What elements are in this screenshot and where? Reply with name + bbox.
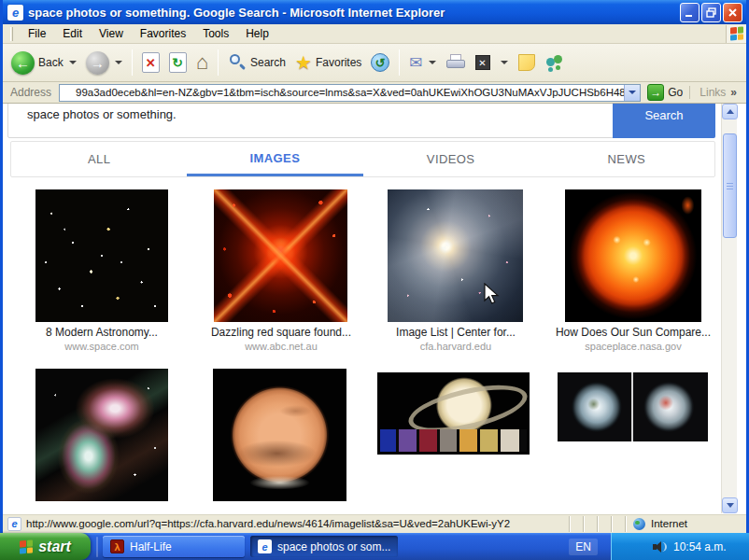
- scroll-up-button[interactable]: [722, 104, 738, 119]
- result-thumbnail-butterfly-nebula[interactable]: [35, 369, 168, 501]
- scroll-down-button[interactable]: [722, 497, 738, 513]
- favorites-star-icon: ★: [295, 53, 312, 72]
- result-title-link[interactable]: How Does Our Sun Compare...: [544, 326, 723, 340]
- taskbar: start λ Half-Life e space photos or som.…: [0, 533, 749, 560]
- menu-help[interactable]: Help: [237, 25, 277, 42]
- close-button[interactable]: [723, 3, 742, 22]
- back-icon: ←: [11, 51, 35, 75]
- result-title-link[interactable]: Image List | Center for...: [366, 326, 545, 340]
- task-half-life[interactable]: λ Half-Life: [103, 536, 245, 557]
- edit-button[interactable]: ✕: [471, 52, 495, 73]
- result-title-link[interactable]: Dazzling red square found...: [191, 326, 371, 340]
- search-button-toolbar[interactable]: Search: [223, 50, 290, 75]
- go-arrow-icon: →: [647, 84, 664, 101]
- go-label: Go: [668, 86, 683, 99]
- status-panel: [597, 516, 611, 532]
- tab-all[interactable]: ALL: [11, 142, 187, 176]
- messenger-button[interactable]: [540, 51, 570, 74]
- refresh-icon: ↻: [169, 52, 187, 73]
- address-dropdown-button[interactable]: [624, 85, 640, 101]
- stop-button[interactable]: ✕: [137, 49, 164, 76]
- restore-icon: [706, 7, 716, 18]
- menu-view[interactable]: View: [91, 25, 132, 42]
- links-bar[interactable]: Links »: [689, 86, 742, 99]
- scroll-down-icon: [727, 503, 734, 508]
- mail-icon: ✉: [409, 53, 422, 73]
- result-thumbnail-saturn[interactable]: [377, 372, 530, 455]
- result-thumbnail-red-nebula[interactable]: [214, 189, 347, 322]
- taskbar-clock[interactable]: 10:54 a.m.: [673, 540, 727, 553]
- menu-file[interactable]: File: [20, 25, 54, 42]
- result-thumbnail-sun[interactable]: [565, 189, 701, 322]
- print-button[interactable]: [441, 51, 471, 74]
- scrollbar-thumb[interactable]: [723, 133, 737, 238]
- history-button[interactable]: ↺: [366, 50, 394, 75]
- result-thumbnail-starfield[interactable]: [35, 189, 168, 322]
- task-space-photos[interactable]: e space photos or som...: [250, 536, 398, 557]
- result-thumbnail-mars[interactable]: [213, 369, 346, 501]
- toolbar-separator: [218, 49, 219, 76]
- result-caption: 8 Modern Astronomy... www.space.com: [12, 326, 191, 353]
- back-label: Back: [38, 56, 64, 69]
- result-domain: spaceplace.nasa.gov: [544, 340, 723, 353]
- windows-logo: [726, 25, 746, 43]
- google-search-button[interactable]: Search: [613, 104, 715, 138]
- status-url-panel: e http://www.google.com/url?q=https://cf…: [5, 517, 569, 531]
- address-input[interactable]: [60, 87, 624, 98]
- zone-label: Internet: [651, 518, 687, 529]
- title-bar[interactable]: e space photos or something. Google Sear…: [3, 0, 746, 24]
- home-button[interactable]: ⌂: [191, 49, 213, 76]
- address-label: Address: [7, 86, 59, 99]
- search-icon: [228, 53, 247, 72]
- window-title: space photos or something. Google Search…: [28, 6, 678, 20]
- discuss-button[interactable]: [514, 51, 540, 74]
- toolbar-separator: [399, 49, 400, 76]
- mail-dropdown-icon[interactable]: [429, 61, 436, 64]
- messenger-icon: [544, 54, 565, 71]
- task-label: space photos or som...: [277, 540, 390, 553]
- scroll-up-icon: [727, 109, 734, 114]
- search-label: Search: [250, 56, 286, 69]
- menu-grip[interactable]: [10, 27, 13, 41]
- search-query-text[interactable]: space photos or something.: [27, 107, 177, 121]
- back-dropdown-icon[interactable]: [69, 61, 77, 64]
- minimize-button[interactable]: [680, 3, 700, 22]
- menu-edit[interactable]: Edit: [54, 25, 91, 42]
- desktop-screen: e space photos or something. Google Sear…: [0, 0, 749, 560]
- menu-favorites[interactable]: Favorites: [132, 25, 194, 42]
- result-title-link[interactable]: 8 Modern Astronomy...: [12, 326, 191, 340]
- refresh-button[interactable]: ↻: [164, 49, 191, 76]
- volume-icon[interactable]: [653, 540, 667, 553]
- mail-button[interactable]: ✉: [404, 50, 440, 76]
- task-label: Half-Life: [130, 540, 172, 553]
- start-flag-icon: [20, 539, 33, 553]
- print-icon: [445, 54, 466, 71]
- tab-images[interactable]: IMAGES: [187, 142, 362, 176]
- ie-icon: e: [7, 5, 23, 21]
- result-type-tabs: ALL IMAGES VIDEOS NEWS: [10, 141, 715, 177]
- status-bar: e http://www.google.com/url?q=https://cf…: [3, 513, 746, 533]
- language-indicator[interactable]: EN: [569, 539, 598, 555]
- result-thumbnail-earths[interactable]: [558, 372, 708, 441]
- home-icon: ⌂: [196, 52, 208, 73]
- menu-bar: File Edit View Favorites Tools Help: [3, 24, 746, 44]
- forward-button[interactable]: →: [81, 49, 127, 77]
- go-button[interactable]: → Go: [641, 84, 689, 101]
- vertical-scrollbar[interactable]: [721, 104, 737, 513]
- forward-dropdown-icon[interactable]: [115, 61, 122, 64]
- result-caption: How Does Our Sun Compare... spaceplace.n…: [544, 326, 723, 353]
- tab-videos[interactable]: VIDEOS: [363, 142, 539, 176]
- favorites-button[interactable]: ★ Favorites: [290, 50, 366, 75]
- discuss-note-icon: [518, 54, 535, 71]
- edit-dropdown-icon[interactable]: [501, 61, 508, 64]
- start-button[interactable]: start: [0, 533, 91, 560]
- menu-tools[interactable]: Tools: [194, 25, 237, 42]
- edit-icon: ✕: [475, 55, 490, 70]
- restore-button[interactable]: [701, 3, 721, 22]
- browser-window: e space photos or something. Google Sear…: [0, 0, 749, 533]
- toolbar-separator: [132, 49, 133, 76]
- back-button[interactable]: ← Back: [7, 49, 81, 77]
- close-icon: [728, 7, 738, 18]
- tab-news[interactable]: NEWS: [539, 142, 714, 176]
- status-url-text: http://www.google.com/url?q=https://cfa.…: [26, 518, 510, 529]
